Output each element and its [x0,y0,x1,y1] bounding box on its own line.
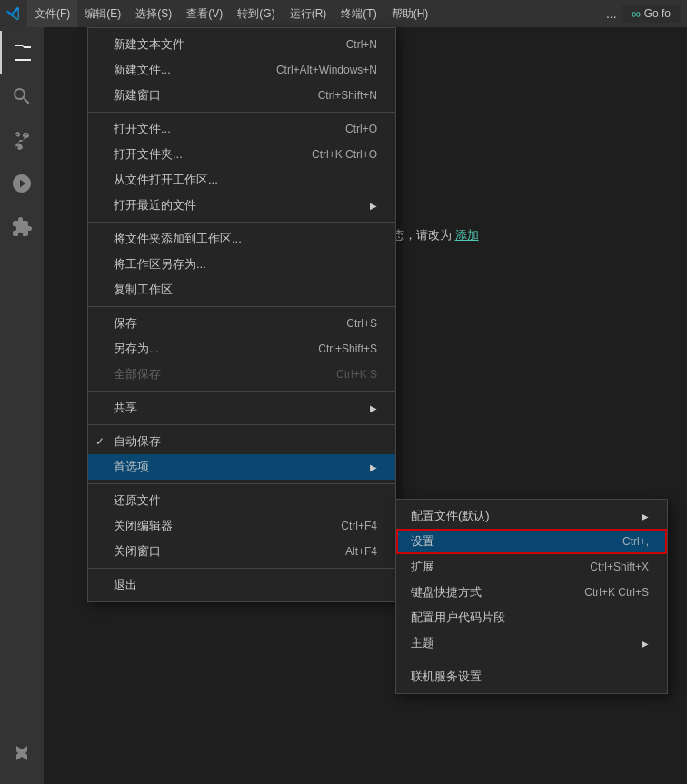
menu-close-window[interactable]: 关闭窗口 Alt+F4 [88,539,395,564]
activity-testing[interactable] [0,733,44,777]
menu-sep-2 [88,222,395,223]
submenu-keyboard-shortcuts[interactable]: 键盘快捷方式 Ctrl+K Ctrl+S [396,580,667,605]
menu-new-window[interactable]: 新建窗口 Ctrl+Shift+N [88,83,395,108]
menu-help[interactable]: 帮助(H) [384,0,436,27]
menu-goto[interactable]: 转到(G) [230,0,282,27]
submenu-extensions[interactable]: 扩展 Ctrl+Shift+X [396,554,667,580]
submenu-settings[interactable]: 设置 Ctrl+, [396,529,667,554]
submenu-user-snippets[interactable]: 配置用户代码片段 [396,605,667,630]
menu-sep-1 [88,112,395,113]
go-icon: ∞ [632,6,641,21]
menu-exit[interactable]: 退出 [88,572,395,598]
menu-save-workspace[interactable]: 将工作区另存为... [88,252,395,277]
vscode-logo [0,0,27,27]
menu-sep-4 [88,391,395,392]
menu-view[interactable]: 查看(V) [179,0,230,27]
go-for-button[interactable]: ∞ Go fo [622,5,680,23]
content-area: 如需其保持打开状态，请改为 添加 新建文本文件 Ctrl+N 新建文件... C… [44,27,687,784]
submenu-sep-1 [396,660,667,660]
menu-open-workspace[interactable]: 从文件打开工作区... [88,167,395,193]
preferences-arrow: ▶ [370,462,377,472]
titlebar-menu: 文件(F) 编辑(E) 选择(S) 查看(V) 转到(G) 运行(R) 终端(T… [27,0,435,27]
activity-run-debug[interactable] [0,162,44,205]
menu-overlay: 新建文本文件 Ctrl+N 新建文件... Ctrl+Alt+Windows+N… [44,27,687,784]
auto-save-check: ✓ [95,435,105,448]
activity-extensions[interactable] [0,205,44,249]
menu-new-text-file[interactable]: 新建文本文件 Ctrl+N [88,32,395,57]
activity-files[interactable] [0,31,44,74]
menu-run[interactable]: 运行(R) [283,0,334,27]
menu-revert-file[interactable]: 还原文件 [88,488,395,513]
menu-open-recent[interactable]: 打开最近的文件 ▶ [88,193,395,218]
menu-preferences[interactable]: 首选项 ▶ [88,454,395,480]
file-dropdown-menu: 新建文本文件 Ctrl+N 新建文件... Ctrl+Alt+Windows+N… [87,27,396,602]
menu-sep-3 [88,306,395,307]
menu-sep-5 [88,424,395,425]
menu-save[interactable]: 保存 Ctrl+S [88,311,395,336]
menu-file[interactable]: 文件(F) [27,0,77,27]
menu-open-folder[interactable]: 打开文件夹... Ctrl+K Ctrl+O [88,142,395,167]
menu-auto-save[interactable]: ✓ 自动保存 [88,429,395,454]
profile-arrow: ▶ [642,511,649,521]
menu-select[interactable]: 选择(S) [128,0,179,27]
activity-search[interactable] [0,74,44,118]
menu-duplicate-workspace[interactable]: 复制工作区 [88,277,395,303]
menu-open-file[interactable]: 打开文件... Ctrl+O [88,116,395,142]
activity-bar [0,27,44,784]
preferences-submenu: 配置文件(默认) ▶ 设置 Ctrl+, 扩展 Ctrl+Shift+X [395,499,668,694]
menu-edit[interactable]: 编辑(E) [77,0,128,27]
menu-save-as[interactable]: 另存为... Ctrl+Shift+S [88,336,395,362]
go-for-label: Go fo [644,7,671,20]
menu-sep-7 [88,568,395,569]
menu-share[interactable]: 共享 ▶ [88,395,395,421]
titlebar-right: ... ∞ Go fo [601,5,687,23]
activity-source-control[interactable] [0,118,44,162]
more-actions-button[interactable]: ... [601,6,622,21]
menu-close-editor[interactable]: 关闭编辑器 Ctrl+F4 [88,513,395,539]
menu-sep-6 [88,483,395,484]
submenu-theme[interactable]: 主题 ▶ [396,630,667,656]
open-recent-arrow: ▶ [370,201,377,211]
menu-terminal[interactable]: 终端(T) [334,0,383,27]
main-layout: 如需其保持打开状态，请改为 添加 新建文本文件 Ctrl+N 新建文件... C… [0,27,687,784]
menu-add-folder[interactable]: 将文件夹添加到工作区... [88,226,395,252]
menu-new-file[interactable]: 新建文件... Ctrl+Alt+Windows+N [88,57,395,83]
submenu-online-services[interactable]: 联机服务设置 [396,664,667,690]
titlebar: 文件(F) 编辑(E) 选择(S) 查看(V) 转到(G) 运行(R) 终端(T… [0,0,687,27]
menu-save-all: 全部保存 Ctrl+K S [88,362,395,387]
submenu-default-profile[interactable]: 配置文件(默认) ▶ [396,503,667,529]
theme-arrow: ▶ [642,639,649,649]
share-arrow: ▶ [370,403,377,413]
